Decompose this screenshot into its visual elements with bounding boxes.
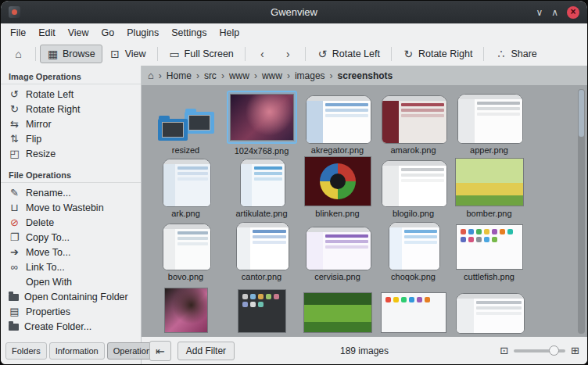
art-content — [399, 166, 446, 206]
tab-information[interactable]: Information — [49, 342, 105, 360]
sidebar-item-rotate-left[interactable]: ↺Rotate Left — [1, 87, 141, 102]
thumbnail-resized[interactable]: resized — [148, 92, 224, 156]
rotate-right-button[interactable]: ↻Rotate Right — [396, 45, 479, 63]
scrollbar[interactable] — [578, 89, 585, 334]
minimize-icon[interactable]: ∨ — [536, 8, 543, 17]
breadcrumb-item-images[interactable]: images — [295, 70, 325, 81]
sidebar-item-rotate-right[interactable]: ↻Rotate Right — [1, 102, 141, 116]
folder-open-icon — [9, 294, 19, 301]
share-label: Share — [511, 48, 536, 59]
sidebar-item-open-with[interactable]: Open With — [1, 274, 141, 289]
thumb-art — [389, 222, 440, 270]
thumbnail-blogilo-png[interactable]: blogilo.png — [375, 156, 451, 219]
go-first-button[interactable]: ⇤ — [149, 341, 171, 361]
menu-edit[interactable]: Edit — [32, 26, 62, 40]
thumbnail-amarok-png[interactable]: amarok.png — [375, 92, 451, 156]
breadcrumb-item-home[interactable]: Home — [167, 70, 192, 81]
sidebar-item-copy-to[interactable]: ❐Copy To... — [1, 230, 141, 245]
thumbnail-partial[interactable] — [224, 282, 299, 337]
rotate-left-button[interactable]: ↺Rotate Left — [310, 45, 387, 63]
sidebar-item-rename[interactable]: ✎Rename... — [1, 185, 141, 200]
tab-folders[interactable]: Folders — [5, 342, 47, 360]
sidebar-item-properties[interactable]: ▤Properties — [1, 304, 141, 319]
sidebar-item-link-to[interactable]: ∞Link To... — [1, 259, 141, 274]
sidebar-item-move-to[interactable]: ➔Move To... — [1, 245, 141, 259]
art-icon-dot — [468, 229, 474, 234]
home-button[interactable]: ⌂ — [5, 45, 31, 63]
browse-button[interactable]: ▦Browse — [40, 45, 102, 63]
menu-view[interactable]: View — [62, 26, 95, 40]
art-row — [177, 242, 207, 245]
menu-go[interactable]: Go — [95, 26, 121, 40]
full-screen-button[interactable]: ▭Full Screen — [162, 45, 241, 63]
breadcrumb-item-screenshots[interactable]: screenshots — [338, 70, 393, 81]
zoom-slider[interactable] — [514, 349, 565, 352]
scrollbar-handle[interactable] — [579, 90, 584, 137]
menu-help[interactable]: Help — [213, 26, 246, 40]
thumbnail-apper-png[interactable]: apper.png — [451, 92, 527, 156]
thumbnail-partial[interactable] — [148, 282, 224, 337]
folder-preview — [188, 115, 210, 131]
art-icon-dot — [476, 229, 482, 234]
sidebar-item-mirror[interactable]: ⇆Mirror — [1, 116, 141, 131]
thumbnail-choqok-png[interactable]: choqok.png — [375, 219, 451, 282]
share-button[interactable]: ∴Share — [488, 45, 543, 63]
art-sidepanel — [457, 299, 474, 333]
menu-file[interactable]: File — [4, 26, 32, 40]
maximize-icon[interactable]: ∧ — [551, 8, 558, 17]
sidebar-item-move-to-wastebin[interactable]: ⊔Move to Wastebin — [1, 200, 141, 215]
breadcrumb-item-www[interactable]: www — [262, 70, 282, 81]
menu-settings[interactable]: Settings — [165, 26, 213, 40]
thumbnail-ark-png[interactable]: ark.png — [148, 156, 224, 219]
thumbnail-cervisia-png[interactable]: cervisia.png — [299, 219, 375, 282]
sidebar-item-create-folder[interactable]: Create Folder... — [1, 319, 141, 334]
thumbnail-cantor-png[interactable]: cantor.png — [224, 219, 299, 282]
art-icon-dot — [492, 237, 497, 242]
thumbnail-bomber-png[interactable]: bomber.png — [451, 156, 527, 219]
sidebar-section-file-operations: File Operations✎Rename...⊔Move to Wasteb… — [1, 166, 141, 334]
home-icon: ⌂ — [13, 48, 24, 59]
art-row — [177, 177, 207, 181]
art-row — [401, 174, 444, 177]
thumbnail-image — [156, 98, 217, 143]
thumbnail-image — [457, 93, 522, 143]
art-row — [325, 103, 368, 106]
art-body — [389, 227, 439, 270]
view-button[interactable]: ⊡View — [102, 45, 153, 63]
titlebar[interactable]: Gwenview ∨ ∧ × — [1, 1, 587, 23]
thumbnail-label: choqok.png — [391, 272, 436, 282]
previous-button[interactable]: ‹ — [249, 45, 275, 63]
breadcrumb-separator-icon: › — [287, 70, 290, 81]
menubar: FileEditViewGoPluginsSettingsHelp — [1, 23, 587, 41]
sidebar-item-open-containing-folder[interactable]: Open Containing Folder — [1, 289, 141, 304]
thumb-art — [156, 98, 217, 143]
rotate-left-icon: ↺ — [317, 48, 328, 59]
properties-icon: ▤ — [9, 306, 20, 317]
art-icon-dot — [242, 302, 248, 307]
thumbnail-1024x768-png[interactable]: 1024x768.png — [224, 92, 299, 156]
zoom-fit-icon[interactable]: ⊡ — [500, 345, 508, 356]
zoom-full-icon[interactable]: ⊞ — [571, 345, 579, 356]
breadcrumb-item-src[interactable]: src — [204, 70, 217, 81]
thumbnail-partial[interactable] — [299, 282, 375, 337]
add-filter-button[interactable]: Add Filter — [177, 342, 235, 360]
breadcrumb-item-www[interactable]: www — [229, 70, 249, 81]
thumbnail-label: cantor.png — [242, 272, 281, 282]
thumbnail-akregator-png[interactable]: akregator.png — [299, 92, 375, 156]
close-icon[interactable]: × — [567, 6, 579, 19]
sidebar-item-delete[interactable]: ⊘Delete — [1, 215, 141, 230]
sidebar-item-resize[interactable]: ◰Resize — [1, 146, 141, 161]
next-button[interactable]: › — [275, 45, 301, 63]
thumbnail-bovo-png[interactable]: bovo.png — [148, 219, 224, 282]
thumb-art — [303, 292, 372, 333]
thumbnail-partial[interactable] — [375, 282, 451, 337]
menu-plugins[interactable]: Plugins — [120, 26, 165, 40]
thumbnail-blinken-png[interactable]: blinken.png — [299, 156, 375, 219]
thumb-art — [456, 224, 523, 270]
thumbnail-cuttlefish-png[interactable]: cuttlefish.png — [451, 219, 527, 282]
toolbar-separator — [305, 47, 306, 61]
thumbnail-partial[interactable] — [451, 282, 527, 337]
zoom-slider-handle[interactable] — [549, 345, 559, 356]
thumbnail-artikulate-png[interactable]: artikulate.png — [224, 156, 299, 219]
sidebar-item-flip[interactable]: ⇅Flip — [1, 131, 141, 146]
